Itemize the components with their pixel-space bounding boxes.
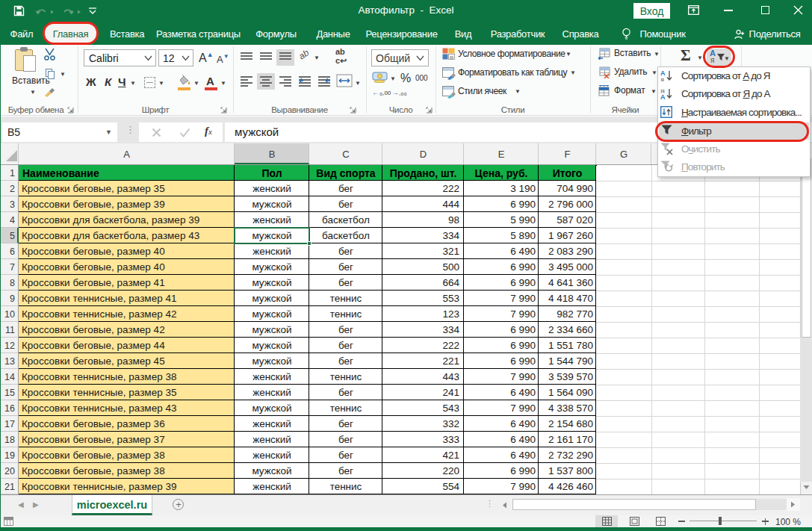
svg-text:А: А [660, 93, 666, 100]
svg-text:я: я [661, 76, 664, 82]
